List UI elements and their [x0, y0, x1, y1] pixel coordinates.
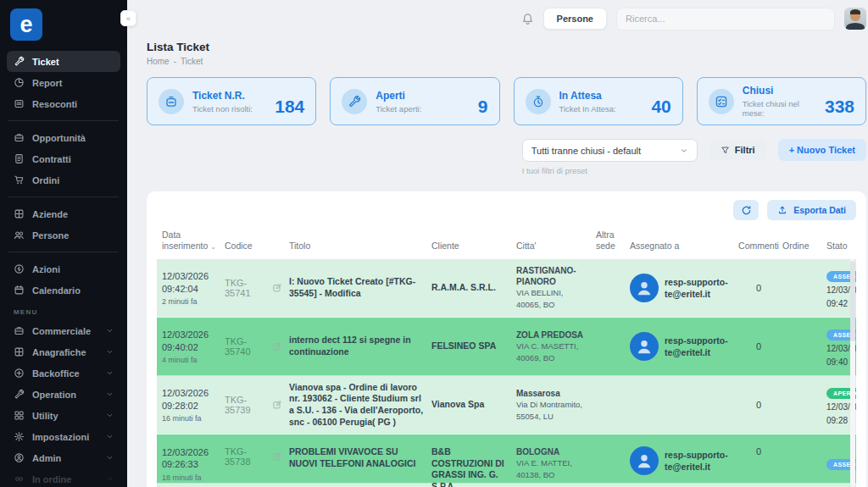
breadcrumb-separator: - [174, 57, 176, 66]
wrench-icon [342, 89, 367, 114]
bell-icon[interactable] [521, 13, 534, 25]
sidebar-item-calendario[interactable]: Calendario [7, 279, 120, 301]
sidebar-item-backoffice[interactable]: Backoffice [7, 362, 120, 384]
column-header-titolo[interactable]: Titolo [289, 241, 431, 252]
column-header-citta[interactable]: Citta' [516, 241, 596, 252]
sidebar-item-ordini[interactable]: Ordini [7, 169, 120, 191]
row-city: BOLOGNA [516, 446, 589, 457]
column-header-cliente[interactable]: Cliente [431, 241, 516, 252]
edit-icon[interactable] [272, 283, 282, 293]
table-row[interactable]: 12/03/2026 09:40:02 4 minuti fa TKG-3574… [157, 318, 856, 376]
person-icon [635, 337, 654, 356]
app-logo[interactable]: e [10, 8, 42, 41]
chevron-down-icon [106, 327, 114, 335]
sidebar-item-aziende[interactable]: Aziende [7, 203, 120, 224]
table-scrollbar[interactable] [850, 259, 855, 487]
cart-icon [14, 174, 25, 185]
row-title[interactable]: PROBLEMI VIVAVOCE SU NUOVI TELEFONI ANAL… [289, 440, 431, 469]
wrench-icon [14, 389, 25, 400]
sidebar-divider [8, 120, 119, 121]
edit-icon[interactable] [272, 341, 282, 351]
preset-filter-group: Tutti tranne chiusi - default I tuoi fil… [522, 139, 698, 175]
preset-filter-select[interactable]: Tutti tranne chiusi - default [522, 139, 698, 162]
avatar-shirt [846, 23, 865, 30]
page-title: Lista Ticket [147, 41, 866, 53]
sidebar-item-resoconti[interactable]: Resoconti [7, 93, 120, 114]
column-header-codice[interactable]: Codice [225, 241, 289, 252]
column-header-commenti[interactable]: Commenti [735, 241, 782, 252]
stat-card-in-attesa[interactable]: In Attesa Ticket In Attesa: 40 [514, 77, 683, 125]
grid-icon [14, 410, 25, 421]
scrollbar-thumb[interactable] [850, 261, 855, 341]
sidebar-item-contratti[interactable]: Contratti [7, 148, 120, 169]
checklist-icon [709, 89, 734, 114]
row-title[interactable]: I: Nuovo Ticket Creato [#TKG-35545] - Mo… [289, 276, 431, 299]
sidebar-item-ticket[interactable]: Ticket [7, 51, 120, 72]
sidebar-item-in-ordine[interactable]: In ordine [7, 468, 120, 487]
row-address: VIA E. MATTEI, [516, 458, 589, 469]
nuovo-ticket-button[interactable]: + Nuovo Ticket [778, 139, 866, 161]
column-header-data[interactable]: Data inserimento ⌄ [162, 230, 225, 252]
breadcrumb: Home - Ticket [147, 57, 866, 66]
row-title[interactable]: Vianova spa - Ordine di lavoro nr. 19306… [289, 382, 431, 429]
refresh-button[interactable] [733, 200, 759, 220]
stat-card-ticket-nr[interactable]: Ticket N.R. Ticket non risolti: 184 [147, 77, 316, 125]
stat-card-aperti[interactable]: Aperti Ticket aperti: 9 [330, 77, 499, 125]
edit-icon[interactable] [272, 400, 282, 410]
persone-button[interactable]: Persone [543, 8, 607, 30]
sidebar-item-opportunita[interactable]: Opportunità [7, 127, 120, 148]
row-client: Vianova Spa [431, 399, 516, 411]
sidebar-item-label: Backoffice [32, 368, 80, 379]
sidebar-item-admin[interactable]: Admin [7, 447, 120, 468]
sidebar-item-commerciale[interactable]: Commerciale [7, 320, 120, 341]
stat-title: Chiusi [743, 85, 816, 97]
column-header-assegnato[interactable]: Assegnato a [630, 241, 735, 252]
sidebar-item-utility[interactable]: Utility [7, 405, 120, 426]
column-header-altra-sede[interactable]: Altra sede [596, 230, 630, 252]
row-time: 09:26:33 [162, 458, 218, 470]
sidebar-item-report[interactable]: Report [7, 72, 120, 93]
collapse-chevrons: « [126, 14, 131, 23]
column-header-stato[interactable]: Stato [813, 241, 856, 252]
sidebar-item-anagrafiche[interactable]: Anagrafiche [7, 341, 120, 362]
row-date: 12/03/2026 [162, 387, 218, 399]
row-comments: 0 [735, 400, 782, 410]
row-time: 09:28:02 [162, 400, 218, 412]
table-row[interactable]: 12/03/2026 09:42:04 2 minuti fa TKG-3574… [157, 259, 856, 318]
sidebar-item-azioni[interactable]: Azioni [7, 258, 120, 279]
filtri-button[interactable]: Filtri [709, 139, 766, 161]
sidebar-menu-label: MENU [14, 308, 120, 316]
sidebar-item-impostazioni[interactable]: Impostazioni [7, 426, 120, 447]
sidebar-item-label: Contratti [32, 154, 71, 164]
row-address: Via Di Montramito, [516, 400, 589, 411]
ticket-icon [159, 89, 184, 114]
filtri-label: Filtri [735, 145, 755, 155]
column-header-ordine[interactable]: Ordine [782, 241, 813, 252]
table-row[interactable]: 12/03/2026 09:28:02 16 minuti fa TKG-357… [157, 376, 856, 434]
stat-title: Aperti [376, 90, 421, 102]
sidebar-item-persone[interactable]: Persone [7, 224, 120, 246]
row-address: VIA C. MASETTI, [516, 341, 589, 352]
row-time: 09:40:02 [162, 341, 218, 353]
edit-icon[interactable] [272, 451, 282, 462]
user-avatar[interactable] [844, 8, 866, 30]
row-address: 40065, BO [516, 300, 589, 311]
assignee-avatar [630, 446, 659, 475]
sidebar-item-label: Commerciale [32, 326, 91, 336]
sidebar-item-label: Utility [32, 411, 58, 421]
stat-subtitle: Ticket In Attesa: [559, 104, 616, 113]
row-code: TKG-35739 [225, 395, 268, 415]
status-time: 09:42 [826, 298, 849, 309]
search-input[interactable] [616, 8, 835, 30]
sidebar-item-label: Resoconti [32, 99, 77, 109]
row-title[interactable]: interno dect 112 si spegne in continuazi… [289, 335, 431, 357]
row-city: Massarosa [516, 388, 589, 399]
table-header: Data inserimento ⌄ Codice Titolo Cliente… [157, 225, 856, 259]
table-row[interactable]: 12/03/2026 09:26:33 18 minuti fa TKG-357… [157, 434, 856, 484]
breadcrumb-home[interactable]: Home [147, 57, 170, 66]
sidebar-item-operation[interactable]: Operation [7, 384, 120, 405]
sort-caret-icon[interactable]: ⌄ [210, 243, 216, 251]
stat-card-chiusi[interactable]: Chiusi Ticket chiusi nel mese: 338 [697, 77, 866, 125]
export-button[interactable]: Esporta Dati [767, 200, 856, 220]
sidebar-collapse-button[interactable]: « [120, 10, 136, 26]
